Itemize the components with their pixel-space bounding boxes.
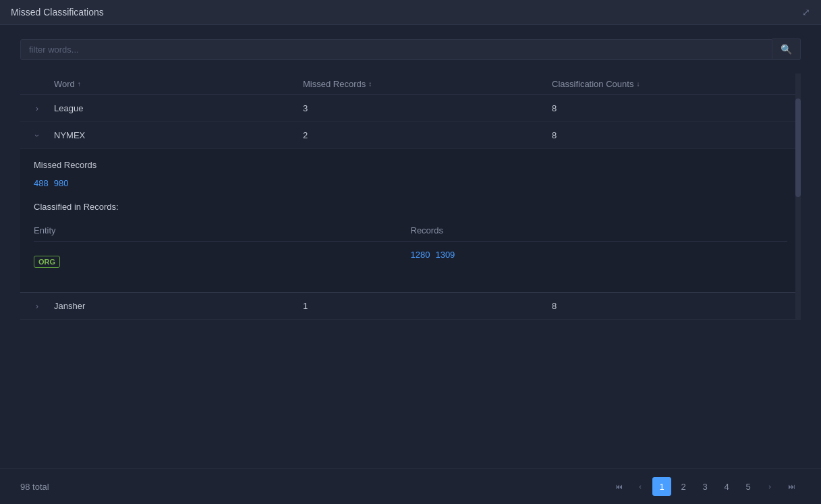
col-missed-records: Missed Records ↕ [303, 79, 552, 89]
col-word: Word ↑ [54, 79, 303, 89]
row-expand-icon-nymex[interactable]: › [32, 119, 42, 152]
classified-table-header: Entity Records [34, 220, 787, 242]
window-title: Missed Classifications [11, 7, 104, 18]
row-word-nymex: NYMEX [54, 130, 303, 140]
classified-col-entity: Entity [34, 225, 411, 235]
col-classification-counts: Classification Counts ↓ [552, 79, 801, 89]
missed-record-link-980[interactable]: 980 [54, 178, 69, 188]
col-classification-counts-label: Classification Counts [552, 79, 633, 89]
classified-table-row: ORG 1280 1309 [34, 242, 787, 281]
classified-col-records: Records [411, 225, 788, 235]
pagination-bar: 98 total ⏮ ‹ 1 2 3 4 5 › ⏭ [0, 468, 821, 504]
col-word-label: Word [54, 79, 75, 89]
row-missed-jansher: 1 [303, 301, 552, 311]
search-icon: 🔍 [781, 44, 792, 55]
prev-page-button[interactable]: ‹ [631, 477, 650, 496]
page-1-button[interactable]: 1 [652, 477, 671, 496]
page-controls: ⏮ ‹ 1 2 3 4 5 › ⏭ [609, 477, 801, 496]
classified-section-label: Classified in Records: [34, 202, 787, 212]
scrollbar-thumb[interactable] [795, 99, 801, 197]
main-content: 🔍 Word ↑ Missed Records ↕ Classification… [0, 25, 821, 468]
col-word-sort-icon[interactable]: ↑ [78, 80, 81, 88]
page-2-button[interactable]: 2 [674, 477, 693, 496]
entity-cell: ORG [34, 256, 411, 268]
row-missed-nymex: 2 [303, 130, 552, 140]
row-word-jansher: Jansher [54, 301, 303, 311]
expand-window-icon[interactable]: ⤢ [802, 7, 810, 18]
col-classification-counts-sort-icon[interactable]: ↓ [636, 80, 640, 88]
page-4-button[interactable]: 4 [717, 477, 736, 496]
col-missed-records-sort-icon[interactable]: ↕ [368, 80, 372, 88]
classified-link-1280[interactable]: 1280 [411, 250, 430, 260]
org-badge: ORG [34, 256, 60, 268]
search-bar: 🔍 [20, 38, 801, 60]
last-page-button[interactable]: ⏭ [782, 477, 801, 496]
table-row: › League 3 8 [20, 95, 801, 122]
table-header: Word ↑ Missed Records ↕ Classification C… [20, 74, 801, 95]
row-word-league: League [54, 103, 303, 113]
missed-records-section-label: Missed Records [34, 160, 787, 170]
page-3-button[interactable]: 3 [696, 477, 714, 496]
search-input[interactable] [20, 39, 772, 60]
row-missed-league: 3 [303, 103, 552, 113]
row-classification-league: 8 [552, 103, 801, 113]
row-classification-jansher: 8 [552, 301, 801, 311]
table-row: › Jansher 1 8 [20, 293, 801, 320]
title-bar: Missed Classifications ⤢ [0, 0, 821, 25]
search-button[interactable]: 🔍 [772, 38, 801, 60]
next-page-button[interactable]: › [760, 477, 779, 496]
app-window: Missed Classifications ⤢ 🔍 Word ↑ Missed… [0, 0, 821, 504]
scrollbar-track[interactable] [795, 74, 801, 320]
missed-record-link-488[interactable]: 488 [34, 178, 49, 188]
nymex-expanded-section: Missed Records 488 980 Classified in Rec… [20, 149, 801, 293]
classified-link-1309[interactable]: 1309 [435, 250, 455, 260]
total-count: 98 total [20, 482, 49, 492]
first-page-button[interactable]: ⏮ [609, 477, 628, 496]
row-expand-icon-league[interactable]: › [20, 104, 54, 113]
col-missed-records-label: Missed Records [303, 79, 366, 89]
col-expand [20, 79, 54, 89]
classified-records-links: 1280 1309 [411, 250, 788, 260]
missed-records-links: 488 980 [34, 178, 787, 188]
page-5-button[interactable]: 5 [739, 477, 758, 496]
row-expand-icon-jansher[interactable]: › [20, 302, 54, 311]
row-classification-nymex: 8 [552, 130, 801, 140]
table-row: › NYMEX 2 8 [20, 122, 801, 149]
data-table: Word ↑ Missed Records ↕ Classification C… [20, 74, 801, 320]
